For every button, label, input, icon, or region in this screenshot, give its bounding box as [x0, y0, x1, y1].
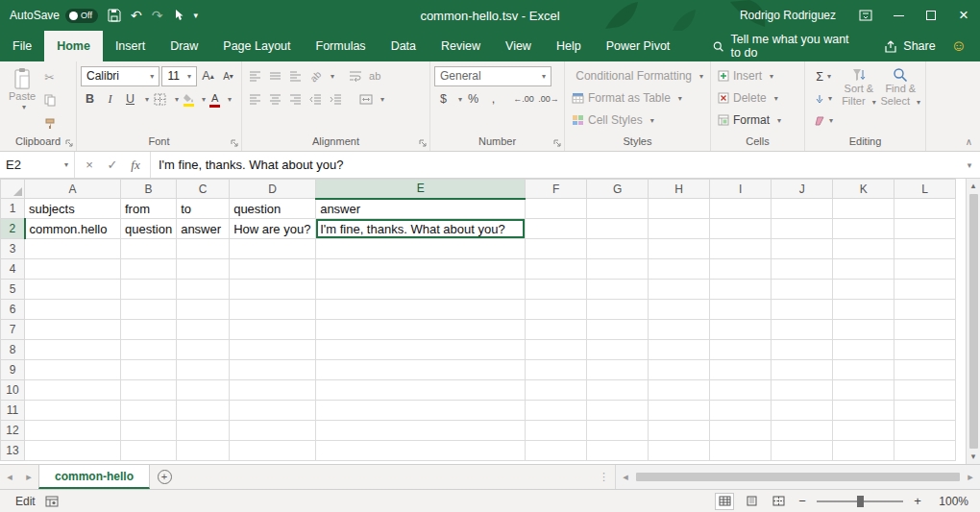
cell-A5[interactable]	[25, 280, 121, 300]
feedback-smiley-icon[interactable]: ☺	[947, 37, 980, 55]
undo-icon[interactable]: ↶	[131, 9, 142, 22]
merge-center-caret-icon[interactable]: ▾	[380, 95, 384, 104]
row-header-6[interactable]: 6	[1, 300, 25, 320]
cell-I11[interactable]	[710, 401, 772, 421]
cell-H5[interactable]	[649, 280, 710, 300]
cell-L2[interactable]	[894, 219, 956, 239]
underline-caret-icon[interactable]: ▾	[145, 95, 149, 104]
fill-button[interactable]: ▾	[809, 88, 838, 109]
cell-A7[interactable]	[25, 320, 121, 340]
conditional-formatting-button[interactable]: Conditional Formatting ▾	[569, 65, 706, 86]
cell-D10[interactable]	[230, 380, 316, 401]
cell-D6[interactable]	[230, 300, 316, 320]
cell-C13[interactable]	[177, 441, 230, 461]
cell-F9[interactable]	[526, 360, 587, 380]
bold-button[interactable]: B	[81, 89, 99, 110]
cell-K2[interactable]	[833, 219, 894, 239]
insert-cells-button[interactable]: Insert ▾	[715, 65, 800, 86]
save-icon[interactable]	[108, 9, 121, 22]
decrease-indent-icon[interactable]	[306, 89, 325, 110]
insert-function-icon[interactable]: fx	[125, 158, 146, 173]
row-header-7[interactable]: 7	[1, 320, 25, 340]
orientation-icon[interactable]: ab	[302, 62, 329, 89]
row-header-3[interactable]: 3	[1, 239, 25, 259]
cell-D5[interactable]	[230, 280, 316, 300]
number-dialog-launcher-icon[interactable]	[552, 138, 562, 148]
cell-G2[interactable]	[587, 219, 649, 239]
merge-center-icon[interactable]	[356, 89, 375, 110]
cell-I7[interactable]	[710, 320, 772, 340]
cell-F6[interactable]	[526, 300, 587, 320]
cell-J5[interactable]	[772, 280, 833, 300]
cell-H6[interactable]	[649, 300, 710, 320]
row-header-13[interactable]: 13	[1, 441, 25, 461]
cell-C6[interactable]	[177, 300, 230, 320]
font-color-caret-icon[interactable]: ▾	[228, 95, 232, 104]
zoom-slider[interactable]	[817, 500, 903, 502]
cell-F5[interactable]	[526, 280, 587, 300]
zoom-in-icon[interactable]: +	[911, 494, 924, 508]
tab-insert[interactable]: Insert	[103, 31, 158, 61]
autosum-button[interactable]: Σ▾	[809, 66, 838, 86]
cell-A4[interactable]	[25, 259, 121, 280]
scroll-right-icon[interactable]: ▸	[961, 471, 980, 483]
cell-J9[interactable]	[772, 360, 833, 380]
column-header-G[interactable]: G	[587, 180, 649, 199]
cell-D1[interactable]: question	[230, 199, 316, 219]
cell-G5[interactable]	[587, 280, 649, 300]
cell-L6[interactable]	[894, 300, 956, 320]
cell-I5[interactable]	[710, 280, 772, 300]
page-break-preview-icon[interactable]	[769, 493, 788, 510]
cell-E8[interactable]	[316, 340, 526, 360]
alignment-dialog-launcher-icon[interactable]	[418, 138, 428, 148]
customize-qat-icon[interactable]: ▾	[194, 12, 199, 20]
cell-H8[interactable]	[649, 340, 710, 360]
cell-A9[interactable]	[25, 360, 121, 380]
cell-L8[interactable]	[894, 340, 956, 360]
cell-L7[interactable]	[894, 320, 956, 340]
font-dialog-launcher-icon[interactable]	[230, 138, 239, 148]
cell-G3[interactable]	[587, 239, 649, 259]
vertical-scroll-thumb[interactable]	[969, 194, 978, 449]
wrap-text-icon[interactable]	[346, 66, 364, 86]
paste-button[interactable]: Paste ▾	[4, 64, 40, 134]
cell-I10[interactable]	[710, 380, 772, 401]
cell-E2[interactable]: I'm fine, thanks. What about you?	[316, 219, 526, 239]
column-header-H[interactable]: H	[649, 180, 710, 199]
cell-G6[interactable]	[587, 300, 649, 320]
cell-A13[interactable]	[25, 441, 121, 461]
cell-B12[interactable]	[121, 421, 177, 441]
cell-E13[interactable]	[316, 441, 526, 461]
column-header-E[interactable]: E	[316, 180, 526, 199]
tell-me-box[interactable]: Tell me what you want to do	[699, 31, 872, 61]
cell-K6[interactable]	[833, 300, 894, 320]
cell-J8[interactable]	[772, 340, 833, 360]
cell-D7[interactable]	[230, 320, 316, 340]
cell-K13[interactable]	[833, 441, 894, 461]
account-name[interactable]: Rodrigo Rodriguez	[726, 9, 849, 22]
format-painter-icon[interactable]	[40, 113, 59, 134]
cell-A12[interactable]	[25, 421, 121, 441]
tab-home[interactable]: Home	[44, 31, 103, 61]
cell-I6[interactable]	[710, 300, 772, 320]
cell-H7[interactable]	[649, 320, 710, 340]
cell-L3[interactable]	[894, 239, 956, 259]
cell-A1[interactable]: subjects	[25, 199, 121, 219]
cell-I2[interactable]	[710, 219, 772, 239]
cell-F4[interactable]	[526, 259, 587, 280]
tab-formulas[interactable]: Formulas	[304, 31, 379, 61]
cell-I4[interactable]	[710, 259, 772, 280]
row-header-9[interactable]: 9	[1, 360, 25, 380]
cell-F11[interactable]	[526, 401, 587, 421]
cell-B8[interactable]	[121, 340, 177, 360]
close-button[interactable]: ×	[947, 0, 980, 31]
cell-F8[interactable]	[526, 340, 587, 360]
cell-J3[interactable]	[772, 239, 833, 259]
cell-C4[interactable]	[177, 259, 230, 280]
ribbon-display-options-icon[interactable]	[849, 0, 882, 31]
currency-caret-icon[interactable]: ▾	[458, 95, 462, 104]
horizontal-scrollbar[interactable]: ◂ ▸	[615, 465, 980, 489]
cell-G10[interactable]	[587, 380, 649, 401]
tab-review[interactable]: Review	[429, 31, 493, 61]
cell-H2[interactable]	[649, 219, 710, 239]
